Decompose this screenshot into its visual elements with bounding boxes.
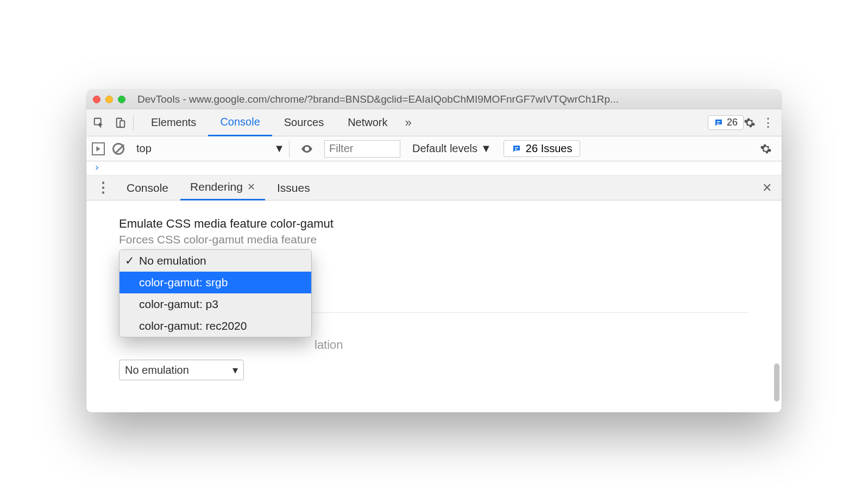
- filter-input[interactable]: [324, 140, 400, 158]
- toggle-sidebar-icon[interactable]: [92, 142, 105, 155]
- drawer-tab-label: Rendering: [190, 180, 243, 193]
- close-window-button[interactable]: [93, 96, 100, 103]
- svg-rect-4: [717, 123, 719, 124]
- console-toolbar: top ▼ Default levels ▼ 26 Issues: [86, 136, 782, 161]
- zoom-window-button[interactable]: [118, 96, 125, 103]
- svg-rect-6: [515, 149, 517, 150]
- dropdown-option-srgb[interactable]: color-gamut: srgb: [119, 272, 311, 293]
- tabs-overflow-icon[interactable]: »: [400, 116, 417, 130]
- select-value: No emulation: [125, 364, 189, 376]
- chevron-down-icon: ▼: [274, 142, 285, 155]
- issues-text: 26 Issues: [526, 142, 573, 155]
- drawer-tab-bar: ⋮ Console Rendering ✕ Issues ✕: [86, 175, 782, 200]
- dropdown-option-label: color-gamut: srgb: [139, 276, 228, 289]
- issues-badge[interactable]: 26: [708, 115, 744, 130]
- check-icon: ✓: [125, 254, 135, 267]
- tab-console[interactable]: Console: [208, 109, 272, 136]
- dropdown-option-label: color-gamut: p3: [139, 298, 218, 311]
- log-levels-selector[interactable]: Default levels ▼: [408, 142, 496, 155]
- chevron-down-icon: ▼: [481, 142, 492, 155]
- titlebar: DevTools - www.google.com/chrome/?brand=…: [86, 90, 782, 109]
- window-controls: [93, 96, 125, 103]
- drawer-tab-label: Issues: [277, 181, 310, 194]
- svg-rect-5: [515, 147, 518, 148]
- live-expression-icon[interactable]: [297, 142, 317, 155]
- levels-label: Default levels: [412, 142, 477, 155]
- color-gamut-dropdown: ✓ No emulation color-gamut: srgb color-g…: [119, 249, 312, 337]
- scrollbar-thumb[interactable]: [774, 363, 779, 401]
- context-value: top: [136, 142, 152, 155]
- console-settings-icon[interactable]: [760, 143, 776, 155]
- tab-sources[interactable]: Sources: [272, 109, 336, 136]
- dropdown-option-rec2020[interactable]: color-gamut: rec2020: [119, 315, 311, 337]
- console-prompt[interactable]: ›: [86, 161, 782, 175]
- tab-elements[interactable]: Elements: [139, 109, 208, 136]
- context-selector[interactable]: top ▼: [132, 141, 290, 157]
- dropdown-option-p3[interactable]: color-gamut: p3: [119, 293, 311, 315]
- obscured-description: lation: [119, 338, 749, 352]
- inspect-element-icon[interactable]: [92, 116, 106, 130]
- issues-count: 26: [727, 117, 738, 128]
- drawer-more-icon[interactable]: ⋮: [92, 179, 115, 196]
- section-description: Forces CSS color-gamut media feature: [119, 233, 749, 246]
- drawer-tab-label: Console: [127, 181, 168, 194]
- close-icon[interactable]: ✕: [247, 181, 255, 193]
- rendering-panel: Emulate CSS media feature color-gamut Fo…: [86, 200, 782, 412]
- window-title: DevTools - www.google.com/chrome/?brand=…: [135, 93, 775, 105]
- issues-button[interactable]: 26 Issues: [504, 140, 581, 157]
- dropdown-option-no-emulation[interactable]: ✓ No emulation: [119, 250, 311, 272]
- main-tab-bar: Elements Console Sources Network » 26 ⋮: [86, 109, 782, 136]
- clear-console-icon[interactable]: [112, 143, 124, 155]
- message-icon: [714, 118, 724, 128]
- vision-deficiency-select[interactable]: No emulation ▾: [119, 360, 244, 380]
- chevron-down-icon: ▾: [232, 363, 238, 376]
- toolbar-left-icons: [92, 115, 134, 131]
- message-icon: [512, 144, 521, 154]
- section-title: Emulate CSS media feature color-gamut: [119, 217, 749, 231]
- dropdown-option-label: color-gamut: rec2020: [139, 319, 247, 332]
- more-options-icon[interactable]: ⋮: [760, 116, 776, 130]
- svg-rect-3: [717, 121, 720, 122]
- drawer-tab-issues[interactable]: Issues: [267, 175, 320, 200]
- dropdown-option-label: No emulation: [139, 254, 206, 267]
- device-toolbar-icon[interactable]: [114, 116, 128, 130]
- minimize-window-button[interactable]: [105, 96, 113, 103]
- tab-network[interactable]: Network: [336, 109, 399, 136]
- drawer-tab-console[interactable]: Console: [117, 175, 178, 200]
- settings-icon[interactable]: [744, 117, 760, 129]
- svg-rect-2: [120, 121, 124, 127]
- drawer-tab-rendering[interactable]: Rendering ✕: [180, 175, 265, 200]
- devtools-window: DevTools - www.google.com/chrome/?brand=…: [86, 90, 782, 412]
- drawer-close-icon[interactable]: ✕: [758, 181, 776, 195]
